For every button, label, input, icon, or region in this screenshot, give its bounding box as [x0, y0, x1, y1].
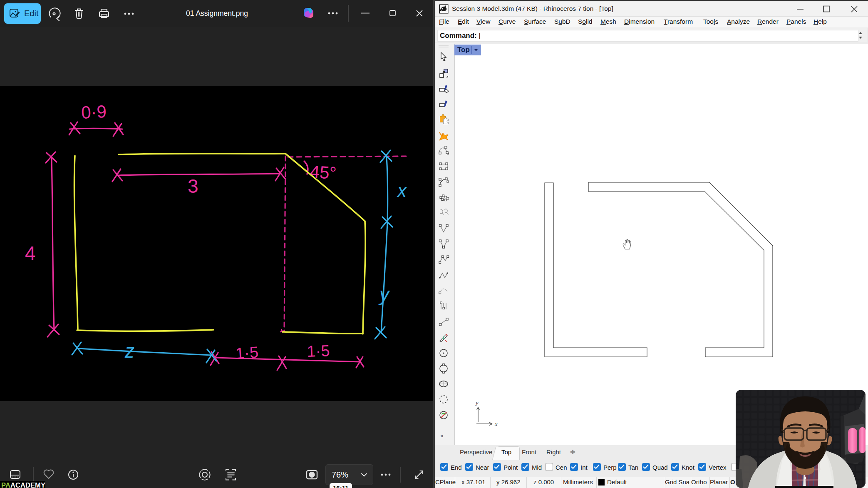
svg-text:»: » — [440, 432, 444, 439]
svg-text:z: z — [124, 340, 134, 362]
svg-text:y: y — [378, 284, 390, 305]
svg-text:1·5: 1·5 — [235, 343, 259, 362]
svg-text:x: x — [494, 421, 498, 427]
svg-text:4: 4 — [25, 242, 36, 264]
svg-text:0·9: 0·9 — [81, 102, 107, 122]
svg-text:x: x — [397, 180, 407, 201]
svg-text:y: y — [475, 399, 479, 406]
svg-text:3: 3 — [188, 175, 198, 197]
svg-text:45°: 45° — [309, 162, 337, 183]
svg-text:1·5: 1·5 — [307, 342, 330, 360]
